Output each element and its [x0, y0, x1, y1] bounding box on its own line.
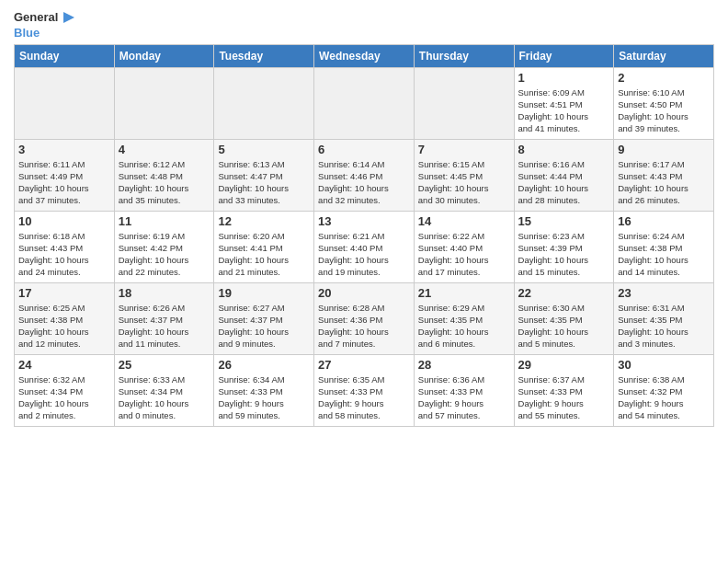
calendar-cell: 17Sunrise: 6:25 AM Sunset: 4:38 PM Dayli…	[15, 282, 115, 354]
cell-info: Sunrise: 6:14 AM Sunset: 4:46 PM Dayligh…	[318, 158, 410, 207]
cell-info: Sunrise: 6:25 AM Sunset: 4:38 PM Dayligh…	[18, 302, 110, 350]
calendar-cell: 24Sunrise: 6:32 AM Sunset: 4:34 PM Dayli…	[15, 354, 115, 426]
day-number: 30	[618, 358, 710, 372]
calendar-cell: 10Sunrise: 6:18 AM Sunset: 4:43 PM Dayli…	[15, 211, 115, 282]
day-number: 19	[218, 286, 310, 300]
page-container: General Blue SundayMondayTuesdayWednesda…	[0, 0, 728, 431]
cell-info: Sunrise: 6:31 AM Sunset: 4:35 PM Dayligh…	[618, 302, 710, 350]
column-header-saturday: Saturday	[614, 44, 714, 67]
column-header-monday: Monday	[114, 44, 214, 67]
calendar-cell: 15Sunrise: 6:23 AM Sunset: 4:39 PM Dayli…	[514, 211, 614, 282]
calendar-cell: 2Sunrise: 6:10 AM Sunset: 4:50 PM Daylig…	[614, 67, 714, 139]
calendar-cell: 26Sunrise: 6:34 AM Sunset: 4:33 PM Dayli…	[214, 354, 314, 426]
calendar-cell: 1Sunrise: 6:09 AM Sunset: 4:51 PM Daylig…	[514, 67, 614, 139]
day-number: 23	[618, 286, 710, 300]
calendar-table: SundayMondayTuesdayWednesdayThursdayFrid…	[14, 44, 714, 427]
cell-info: Sunrise: 6:32 AM Sunset: 4:34 PM Dayligh…	[18, 373, 110, 422]
calendar-cell: 27Sunrise: 6:35 AM Sunset: 4:33 PM Dayli…	[314, 354, 415, 426]
calendar-cell	[214, 67, 314, 139]
day-number: 18	[119, 286, 210, 300]
calendar-cell: 23Sunrise: 6:31 AM Sunset: 4:35 PM Dayli…	[614, 282, 714, 354]
calendar-cell: 14Sunrise: 6:22 AM Sunset: 4:40 PM Dayli…	[414, 211, 514, 282]
week-row-4: 17Sunrise: 6:25 AM Sunset: 4:38 PM Dayli…	[15, 282, 714, 354]
cell-info: Sunrise: 6:15 AM Sunset: 4:45 PM Dayligh…	[418, 158, 510, 207]
day-number: 14	[418, 214, 510, 228]
calendar-cell: 20Sunrise: 6:28 AM Sunset: 4:36 PM Dayli…	[314, 282, 415, 354]
day-number: 11	[119, 214, 210, 228]
cell-info: Sunrise: 6:23 AM Sunset: 4:39 PM Dayligh…	[518, 230, 610, 279]
day-number: 26	[218, 358, 310, 372]
calendar-cell: 4Sunrise: 6:12 AM Sunset: 4:48 PM Daylig…	[114, 139, 214, 211]
calendar-cell	[114, 67, 214, 139]
calendar-cell: 13Sunrise: 6:21 AM Sunset: 4:40 PM Dayli…	[314, 211, 415, 282]
column-header-friday: Friday	[514, 44, 614, 67]
calendar-cell: 25Sunrise: 6:33 AM Sunset: 4:34 PM Dayli…	[114, 354, 214, 426]
calendar-cell: 16Sunrise: 6:24 AM Sunset: 4:38 PM Dayli…	[614, 211, 714, 282]
calendar-cell: 21Sunrise: 6:29 AM Sunset: 4:35 PM Dayli…	[414, 282, 514, 354]
day-number: 2	[618, 71, 710, 85]
cell-info: Sunrise: 6:30 AM Sunset: 4:35 PM Dayligh…	[518, 302, 610, 350]
calendar-cell: 5Sunrise: 6:13 AM Sunset: 4:47 PM Daylig…	[214, 139, 314, 211]
logo-arrow-icon	[60, 9, 76, 26]
day-number: 4	[119, 143, 210, 156]
cell-info: Sunrise: 6:28 AM Sunset: 4:36 PM Dayligh…	[318, 302, 410, 350]
day-number: 16	[618, 214, 710, 228]
calendar-cell: 12Sunrise: 6:20 AM Sunset: 4:41 PM Dayli…	[214, 211, 314, 282]
column-header-thursday: Thursday	[414, 44, 514, 67]
cell-info: Sunrise: 6:24 AM Sunset: 4:38 PM Dayligh…	[618, 230, 710, 279]
logo-general-text: General	[14, 10, 58, 25]
week-row-5: 24Sunrise: 6:32 AM Sunset: 4:34 PM Dayli…	[15, 354, 714, 426]
cell-info: Sunrise: 6:35 AM Sunset: 4:33 PM Dayligh…	[318, 373, 410, 422]
column-header-sunday: Sunday	[15, 44, 115, 67]
calendar-header-row: SundayMondayTuesdayWednesdayThursdayFrid…	[15, 44, 714, 67]
calendar-cell: 11Sunrise: 6:19 AM Sunset: 4:42 PM Dayli…	[114, 211, 214, 282]
day-number: 21	[418, 286, 510, 300]
day-number: 24	[18, 358, 110, 372]
day-number: 5	[218, 143, 310, 156]
cell-info: Sunrise: 6:19 AM Sunset: 4:42 PM Dayligh…	[119, 230, 210, 279]
calendar-cell: 3Sunrise: 6:11 AM Sunset: 4:49 PM Daylig…	[15, 139, 115, 211]
day-number: 15	[518, 214, 610, 228]
cell-info: Sunrise: 6:33 AM Sunset: 4:34 PM Dayligh…	[119, 373, 210, 422]
calendar-cell: 18Sunrise: 6:26 AM Sunset: 4:37 PM Dayli…	[114, 282, 214, 354]
day-number: 27	[318, 358, 410, 372]
cell-info: Sunrise: 6:38 AM Sunset: 4:32 PM Dayligh…	[618, 373, 710, 422]
day-number: 22	[518, 286, 610, 300]
calendar-cell	[314, 67, 415, 139]
day-number: 6	[318, 143, 410, 156]
week-row-1: 1Sunrise: 6:09 AM Sunset: 4:51 PM Daylig…	[15, 67, 714, 139]
day-number: 12	[218, 214, 310, 228]
week-row-2: 3Sunrise: 6:11 AM Sunset: 4:49 PM Daylig…	[15, 139, 714, 211]
cell-info: Sunrise: 6:26 AM Sunset: 4:37 PM Dayligh…	[119, 302, 210, 350]
cell-info: Sunrise: 6:36 AM Sunset: 4:33 PM Dayligh…	[418, 373, 510, 422]
logo-blue-text: Blue	[14, 26, 40, 40]
day-number: 17	[18, 286, 110, 300]
day-number: 28	[418, 358, 510, 372]
calendar-cell: 19Sunrise: 6:27 AM Sunset: 4:37 PM Dayli…	[214, 282, 314, 354]
calendar-cell: 9Sunrise: 6:17 AM Sunset: 4:43 PM Daylig…	[614, 139, 714, 211]
calendar-cell: 28Sunrise: 6:36 AM Sunset: 4:33 PM Dayli…	[414, 354, 514, 426]
cell-info: Sunrise: 6:09 AM Sunset: 4:51 PM Dayligh…	[518, 86, 610, 135]
week-row-3: 10Sunrise: 6:18 AM Sunset: 4:43 PM Dayli…	[15, 211, 714, 282]
column-header-tuesday: Tuesday	[214, 44, 314, 67]
day-number: 7	[418, 143, 510, 156]
calendar-cell: 8Sunrise: 6:16 AM Sunset: 4:44 PM Daylig…	[514, 139, 614, 211]
day-number: 20	[318, 286, 410, 300]
cell-info: Sunrise: 6:13 AM Sunset: 4:47 PM Dayligh…	[218, 158, 310, 207]
cell-info: Sunrise: 6:34 AM Sunset: 4:33 PM Dayligh…	[218, 373, 310, 422]
cell-info: Sunrise: 6:16 AM Sunset: 4:44 PM Dayligh…	[518, 158, 610, 207]
svg-marker-0	[63, 12, 74, 23]
cell-info: Sunrise: 6:22 AM Sunset: 4:40 PM Dayligh…	[418, 230, 510, 279]
cell-info: Sunrise: 6:11 AM Sunset: 4:49 PM Dayligh…	[18, 158, 110, 207]
cell-info: Sunrise: 6:10 AM Sunset: 4:50 PM Dayligh…	[618, 86, 710, 135]
calendar-cell: 22Sunrise: 6:30 AM Sunset: 4:35 PM Dayli…	[514, 282, 614, 354]
day-number: 13	[318, 214, 410, 228]
calendar-cell: 6Sunrise: 6:14 AM Sunset: 4:46 PM Daylig…	[314, 139, 415, 211]
logo: General Blue	[14, 9, 76, 40]
cell-info: Sunrise: 6:29 AM Sunset: 4:35 PM Dayligh…	[418, 302, 510, 350]
day-number: 8	[518, 143, 610, 156]
calendar-cell	[414, 67, 514, 139]
calendar-cell: 29Sunrise: 6:37 AM Sunset: 4:33 PM Dayli…	[514, 354, 614, 426]
cell-info: Sunrise: 6:37 AM Sunset: 4:33 PM Dayligh…	[518, 373, 610, 422]
day-number: 1	[518, 71, 610, 85]
